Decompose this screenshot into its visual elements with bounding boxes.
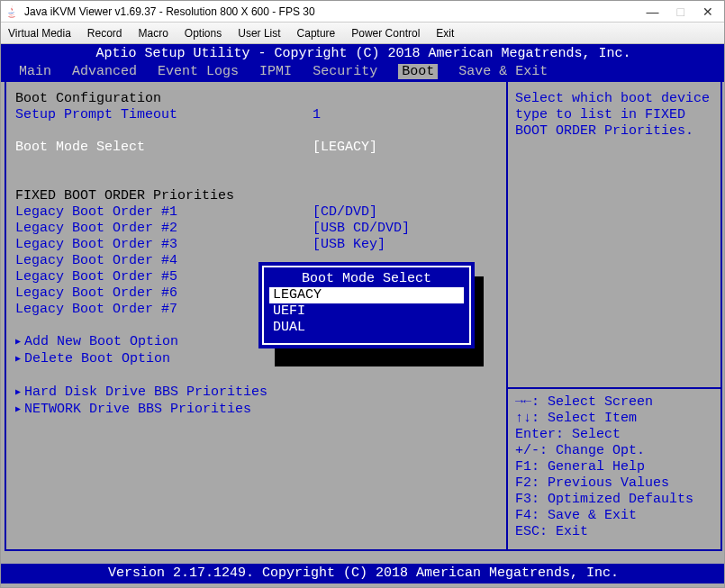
action-hdd-bbs[interactable]: Hard Disk Drive BBS Priorities: [15, 384, 499, 402]
help-keys: →←: Select Screen ↑↓: Select Item Enter:…: [515, 394, 713, 540]
popup-boot-mode-select: Boot Mode Select LEGACY UEFI DUAL: [262, 266, 471, 345]
maximize-button[interactable]: □: [677, 5, 684, 19]
menu-virtual-media[interactable]: Virtual Media: [8, 27, 71, 40]
tab-advanced[interactable]: Advanced: [72, 64, 137, 79]
tab-event-logs[interactable]: Event Logs: [158, 64, 239, 79]
help-key-enter: Enter: Select: [515, 427, 713, 443]
help-description: Select which boot device type to list in…: [515, 91, 713, 140]
row-boot-order-1[interactable]: Legacy Boot Order #1[CD/DVD]: [15, 204, 499, 221]
window-title: Java iKVM Viewer v1.69.37 - Resolution 8…: [24, 5, 647, 18]
popup-title: Boot Mode Select: [296, 271, 437, 287]
value-boot-mode: [LEGACY]: [313, 140, 377, 156]
help-key-f2: F2: Previous Values: [515, 475, 713, 492]
help-key-esc: ESC: Exit: [515, 524, 713, 540]
label-setup-prompt: Setup Prompt Timeout: [15, 107, 313, 123]
bios-header: Aptio Setup Utility - Copyright (C) 2018…: [1, 44, 725, 64]
section-boot-configuration: Boot Configuration: [15, 91, 499, 107]
menu-macro[interactable]: Macro: [139, 27, 168, 40]
help-key-f1: F1: General Help: [515, 459, 713, 475]
popup-option-dual[interactable]: DUAL: [269, 320, 464, 336]
close-button[interactable]: ✕: [702, 5, 713, 19]
menu-record[interactable]: Record: [87, 27, 122, 40]
help-key-change: +/-: Change Opt.: [515, 443, 713, 459]
bios-main-panel: Boot Configuration Setup Prompt Timeout …: [6, 82, 506, 549]
row-setup-prompt[interactable]: Setup Prompt Timeout 1: [15, 107, 499, 123]
row-boot-mode[interactable]: Boot Mode Select [LEGACY]: [15, 140, 499, 156]
minimize-button[interactable]: —: [647, 5, 659, 19]
help-key-select-item: ↑↓: Select Item: [515, 411, 713, 427]
row-boot-order-2[interactable]: Legacy Boot Order #2[USB CD/DVD]: [15, 221, 499, 237]
popup-option-legacy[interactable]: LEGACY: [269, 287, 464, 303]
help-key-select-screen: →←: Select Screen: [515, 394, 713, 411]
java-icon: [5, 5, 19, 19]
bios-body: Boot Configuration Setup Prompt Timeout …: [5, 82, 722, 551]
action-network-bbs[interactable]: NETWORK Drive BBS Priorities: [15, 402, 499, 419]
help-key-f3: F3: Optimized Defaults: [515, 492, 713, 508]
popup-option-uefi[interactable]: UEFI: [269, 303, 464, 320]
window-titlebar: Java iKVM Viewer v1.69.37 - Resolution 8…: [1, 1, 724, 23]
tab-boot[interactable]: Boot: [398, 64, 438, 79]
label-boot-mode: Boot Mode Select: [15, 140, 313, 156]
tab-security[interactable]: Security: [313, 64, 377, 79]
menu-power-control[interactable]: Power Control: [351, 27, 420, 40]
bios-screen: Aptio Setup Utility - Copyright (C) 2018…: [1, 44, 725, 587]
window-controls: — □ ✕: [647, 5, 720, 19]
value-setup-prompt: 1: [313, 107, 321, 123]
bios-tabs: Main Advanced Event Logs IPMI Security B…: [1, 64, 725, 82]
help-separator: [508, 387, 720, 389]
menu-options[interactable]: Options: [185, 27, 222, 40]
menu-exit[interactable]: Exit: [436, 27, 454, 40]
section-fixed-boot-order: FIXED BOOT ORDER Priorities: [15, 188, 499, 204]
menu-capture[interactable]: Capture: [297, 27, 336, 40]
help-key-f4: F4: Save & Exit: [515, 508, 713, 524]
tab-main[interactable]: Main: [19, 64, 51, 79]
tab-ipmi[interactable]: IPMI: [259, 64, 292, 79]
menu-user-list[interactable]: User List: [238, 27, 280, 40]
row-boot-order-3[interactable]: Legacy Boot Order #3[USB Key]: [15, 237, 499, 253]
bios-footer: Version 2.17.1249. Copyright (C) 2018 Am…: [1, 564, 725, 583]
bios-help-panel: Select which boot device type to list in…: [506, 82, 720, 549]
tab-save-exit[interactable]: Save & Exit: [458, 64, 548, 79]
menubar: Virtual Media Record Macro Options User …: [1, 23, 724, 44]
